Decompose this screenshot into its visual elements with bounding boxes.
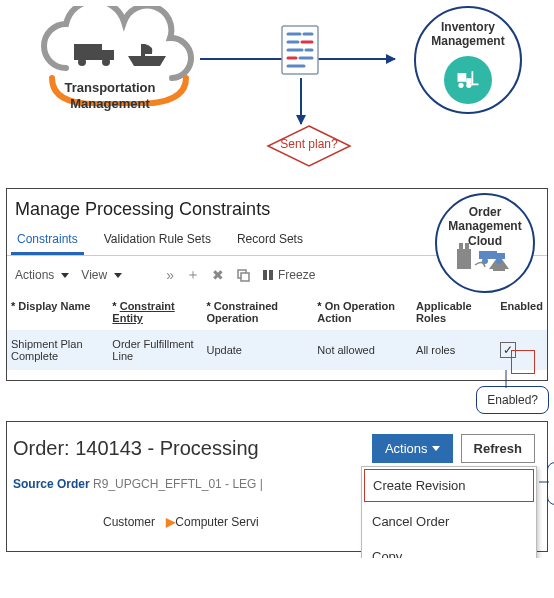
constraints-table: * Display Name * Constraint Entity * Con… xyxy=(7,294,547,370)
cell-enabled: ✓ xyxy=(496,330,547,370)
svg-rect-33 xyxy=(263,270,267,280)
svg-point-20 xyxy=(466,83,471,88)
col-constraint-entity[interactable]: * Constraint Entity xyxy=(108,294,202,330)
svg-rect-17 xyxy=(472,71,474,85)
svg-rect-18 xyxy=(472,84,479,86)
svg-point-3 xyxy=(102,58,110,66)
col-applicable-roles[interactable]: Applicable Roles xyxy=(412,294,496,330)
tab-validation[interactable]: Validation Rule Sets xyxy=(98,228,217,255)
callout-enabled: Enabled? xyxy=(476,386,549,414)
decision-diamond: Sent plan? xyxy=(266,124,352,168)
svg-rect-1 xyxy=(102,50,114,60)
source-order-label: Source Order xyxy=(13,477,90,491)
cell-applicable-roles: All roles xyxy=(412,330,496,370)
col-display-name[interactable]: * Display Name xyxy=(7,294,108,330)
svg-rect-22 xyxy=(457,249,471,269)
menu-create-revision[interactable]: Create Revision xyxy=(364,469,534,502)
menu-cancel-order[interactable]: Cancel Order xyxy=(362,504,536,539)
cell-on-op-action: Not allowed xyxy=(313,330,412,370)
cell-display-name: Shipment Plan Complete xyxy=(7,330,108,370)
cell-constrained-op: Update xyxy=(202,330,313,370)
diamond-label: Sent plan? xyxy=(276,137,342,151)
forklift-icon xyxy=(444,56,492,104)
svg-rect-32 xyxy=(241,273,249,281)
enabled-checkbox[interactable]: ✓ xyxy=(500,342,516,358)
callout-not-allowed: Not allowed. xyxy=(547,462,554,505)
order-actions-menu: Create Revision Cancel Order Copy View C… xyxy=(361,466,537,558)
arrow-to-diamond xyxy=(300,78,302,124)
svg-point-19 xyxy=(458,83,463,88)
inventory-label: Inventory Management xyxy=(426,20,510,49)
duplicate-icon[interactable] xyxy=(236,268,250,282)
order-title: Order: 140143 - Processing xyxy=(13,437,259,460)
tab-constraints[interactable]: Constraints xyxy=(11,228,84,255)
add-icon[interactable]: ＋ xyxy=(186,266,200,284)
flow-diagram: Transportation Management Inventory Mana… xyxy=(0,0,554,180)
inventory-cloud: Inventory Management xyxy=(408,0,528,120)
callout-enabled-text: Enabled? xyxy=(476,386,549,414)
order-actions-button[interactable]: Actions xyxy=(372,434,453,463)
freeze-button[interactable]: Freeze xyxy=(262,268,315,282)
delete-icon[interactable]: ✖ xyxy=(212,267,224,283)
plan-document-icon xyxy=(278,22,322,78)
transportation-label: Transportation Management xyxy=(50,80,170,111)
freeze-label: Freeze xyxy=(278,268,315,282)
svg-point-2 xyxy=(78,58,86,66)
menu-copy[interactable]: Copy xyxy=(362,539,536,558)
svg-rect-26 xyxy=(493,265,505,271)
omc-badge: Order Management Cloud xyxy=(435,193,535,293)
order-panel: Order: 140143 - Processing Actions Refre… xyxy=(6,421,548,552)
svg-rect-23 xyxy=(459,243,463,249)
chevron-down-icon xyxy=(432,446,440,451)
svg-rect-24 xyxy=(465,243,469,249)
constraints-panel: Manage Processing Constraints Order Mana… xyxy=(6,188,548,381)
cell-constraint-entity: Order Fulfillment Line xyxy=(108,330,202,370)
expand-icon[interactable]: » xyxy=(166,267,174,283)
svg-rect-4 xyxy=(141,44,145,56)
customer-value: Computer Servi xyxy=(175,515,258,529)
col-enabled[interactable]: Enabled xyxy=(496,294,547,330)
refresh-button[interactable]: Refresh xyxy=(461,434,535,463)
svg-rect-0 xyxy=(74,44,102,60)
table-row[interactable]: Shipment Plan Complete Order Fulfillment… xyxy=(7,330,547,370)
svg-point-30 xyxy=(496,258,502,264)
view-menu[interactable]: View xyxy=(81,268,122,282)
customer-flag-icon: ▶ xyxy=(166,515,175,529)
svg-rect-27 xyxy=(479,251,497,259)
source-order-value: R9_UPGCH_EFFTL_01 - LEG | xyxy=(93,477,263,491)
svg-rect-34 xyxy=(269,270,273,280)
col-on-op-action[interactable]: * On Operation Action xyxy=(313,294,412,330)
actions-menu[interactable]: Actions xyxy=(15,268,69,282)
col-constrained-op[interactable]: * Constrained Operation xyxy=(202,294,313,330)
tab-recordsets[interactable]: Record Sets xyxy=(231,228,309,255)
svg-rect-28 xyxy=(497,253,505,259)
customer-label: Customer xyxy=(13,515,163,529)
svg-rect-15 xyxy=(458,73,467,82)
